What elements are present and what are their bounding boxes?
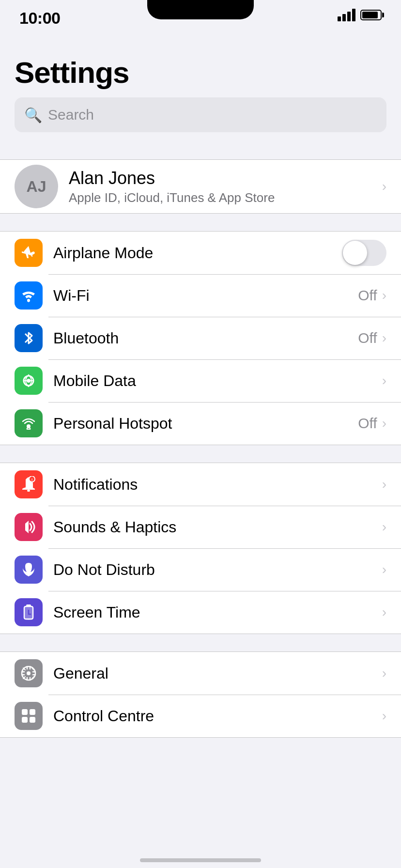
airplane-mode-toggle[interactable] (342, 240, 386, 266)
search-bar[interactable]: 🔍 Search (15, 97, 386, 132)
mobile-data-chevron: › (382, 373, 386, 388)
sidebar-item-do-not-disturb[interactable]: Do Not Disturb › (0, 548, 401, 591)
wifi-value: Off (358, 287, 377, 304)
notch (147, 0, 254, 19)
control-centre-icon (15, 702, 43, 730)
svg-rect-17 (30, 709, 35, 715)
notifications-label: Notifications (53, 476, 382, 494)
screen-time-icon (15, 598, 43, 626)
wifi-chevron: › (382, 288, 386, 303)
status-icons (338, 9, 382, 21)
bluetooth-value: Off (358, 330, 377, 346)
sounds-haptics-chevron: › (382, 519, 386, 535)
control-centre-chevron: › (382, 708, 386, 724)
sidebar-item-bluetooth[interactable]: Bluetooth Off › (0, 317, 401, 359)
section-divider-3 (0, 445, 401, 463)
signal-icon (338, 9, 355, 21)
svg-text:!: ! (31, 478, 33, 482)
search-container: 🔍 Search (0, 97, 401, 142)
wifi-label: Wi-Fi (53, 287, 358, 305)
chevron-icon: › (382, 179, 386, 194)
sidebar-item-control-centre[interactable]: Control Centre › (0, 695, 401, 737)
svg-point-15 (27, 671, 31, 675)
profile-group: AJ Alan Jones Apple ID, iCloud, iTunes &… (0, 159, 401, 214)
page-header: Settings (0, 46, 401, 97)
sounds-haptics-icon (15, 513, 43, 541)
do-not-disturb-chevron: › (382, 562, 386, 577)
notifications-chevron: › (382, 477, 386, 492)
status-bar: 10:00 (0, 0, 401, 46)
general-label: General (53, 665, 382, 682)
control-centre-label: Control Centre (53, 707, 382, 725)
sidebar-item-screen-time[interactable]: Screen Time › (0, 591, 401, 634)
svg-point-0 (27, 299, 30, 302)
do-not-disturb-label: Do Not Disturb (53, 561, 382, 579)
general-icon (15, 659, 43, 687)
general-chevron: › (382, 666, 386, 681)
notifications-icon: ! (15, 470, 43, 498)
sidebar-item-airplane-mode[interactable]: Airplane Mode (0, 232, 401, 274)
battery-icon (360, 10, 382, 20)
svg-rect-9 (24, 479, 26, 488)
profile-name: Alan Jones (69, 168, 382, 188)
profile-info: Alan Jones Apple ID, iCloud, iTunes & Ap… (69, 168, 382, 205)
svg-rect-8 (27, 490, 30, 492)
mobile-data-label: Mobile Data (53, 372, 382, 390)
connectivity-group: Airplane Mode Wi-Fi Off › Bluetooth Off … (0, 231, 401, 445)
general-group: General › Control Centre › (0, 651, 401, 738)
section-divider-4 (0, 634, 401, 651)
search-icon: 🔍 (24, 107, 42, 124)
status-time: 10:00 (19, 9, 60, 28)
sounds-haptics-label: Sounds & Haptics (53, 518, 382, 536)
sidebar-item-sounds-haptics[interactable]: Sounds & Haptics › (0, 506, 401, 548)
do-not-disturb-icon (15, 556, 43, 584)
profile-subtitle: Apple ID, iCloud, iTunes & App Store (69, 190, 382, 205)
svg-rect-16 (22, 709, 28, 715)
sidebar-item-general[interactable]: General › (0, 652, 401, 695)
svg-rect-19 (30, 717, 35, 723)
section-divider-1 (0, 142, 401, 159)
home-indicator (140, 858, 261, 862)
screen-time-chevron: › (382, 604, 386, 620)
airplane-mode-icon (15, 239, 43, 267)
bluetooth-chevron: › (382, 330, 386, 346)
sidebar-item-notifications[interactable]: ! Notifications › (0, 463, 401, 506)
sidebar-item-mobile-data[interactable]: Mobile Data › (0, 359, 401, 402)
screen-time-label: Screen Time (53, 604, 382, 621)
mobile-data-icon (15, 367, 43, 395)
sidebar-item-personal-hotspot[interactable]: Personal Hotspot Off › (0, 402, 401, 445)
page-title: Settings (15, 55, 386, 90)
profile-row[interactable]: AJ Alan Jones Apple ID, iCloud, iTunes &… (0, 160, 401, 213)
section-divider-2 (0, 214, 401, 231)
avatar: AJ (15, 165, 58, 208)
sidebar-item-wifi[interactable]: Wi-Fi Off › (0, 274, 401, 317)
svg-rect-18 (22, 717, 28, 723)
personal-hotspot-label: Personal Hotspot (53, 415, 358, 433)
bluetooth-icon (15, 324, 43, 352)
personal-hotspot-value: Off (358, 415, 377, 432)
airplane-mode-label: Airplane Mode (53, 244, 342, 262)
personal-hotspot-chevron: › (382, 416, 386, 431)
search-placeholder: Search (48, 107, 94, 123)
bluetooth-label: Bluetooth (53, 329, 358, 347)
personal-hotspot-icon (15, 409, 43, 437)
wifi-icon (15, 281, 43, 310)
notifications-group: ! Notifications › Sounds & Haptics › Do … (0, 463, 401, 634)
